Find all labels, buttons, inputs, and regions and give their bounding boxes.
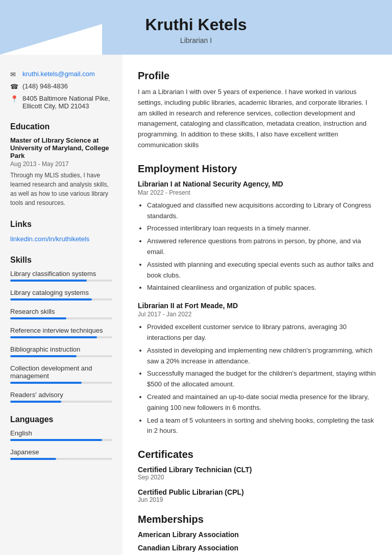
job-title: Librarian II at Fort Meade, MD	[138, 302, 377, 310]
education-section: Education Master of Library Science at U…	[10, 122, 112, 207]
skill-item: Readers' advisory	[10, 391, 112, 403]
job-bullet: Processed interlibrary loan requests in …	[147, 223, 377, 234]
employment-title: Employment History	[138, 163, 377, 175]
job-bullet: Provided excellent customer service to l…	[147, 322, 377, 343]
cert-item: Certified Public Librarian (CPL) Jun 201…	[138, 488, 377, 503]
cert-date: Jun 2019	[138, 496, 377, 503]
education-degree: Master of Library Science at University …	[10, 136, 112, 159]
skill-item: Library classification systems	[10, 270, 112, 282]
cert-name: Certified Public Librarian (CPL)	[138, 488, 377, 496]
skills-section: Skills Library classification systems Li…	[10, 256, 112, 403]
skill-bar-fill	[10, 401, 61, 403]
language-item: English	[10, 429, 112, 441]
phone-text: (148) 948-4836	[22, 82, 68, 90]
skills-list: Library classification systems Library c…	[10, 270, 112, 403]
job-bullets: Provided excellent customer service to l…	[138, 322, 377, 436]
skill-item: Research skills	[10, 308, 112, 319]
language-name: Japanese	[10, 448, 112, 456]
job-bullet: Catalogued and classified new acquisitio…	[147, 200, 377, 222]
job-bullet: Created and maintained an up-to-date soc…	[147, 392, 377, 413]
cert-name: Certified Library Technician (CLT)	[138, 466, 377, 474]
skill-bar-bg	[10, 401, 112, 403]
skill-name: Library classification systems	[10, 270, 112, 278]
links-section: Links linkedin.com/in/kruthiketels	[10, 220, 112, 243]
certificates-title: Certificates	[138, 449, 377, 460]
skill-name: Bibliographic instruction	[10, 345, 112, 353]
skill-bar-bg	[10, 298, 112, 300]
languages-list: English Japanese	[10, 429, 112, 460]
skill-name: Library cataloging systems	[10, 289, 112, 296]
skill-bar-fill	[10, 298, 92, 300]
links-title: Links	[10, 220, 112, 229]
email-icon: ✉	[10, 71, 18, 78]
contact-address: 📍 8405 Baltimore National Pike, Ellicott…	[10, 95, 112, 110]
job-bullet: Led a team of 5 volunteers in sorting an…	[147, 415, 377, 437]
skill-name: Readers' advisory	[10, 391, 112, 399]
cert-item: Certified Library Technician (CLT) Sep 2…	[138, 466, 377, 481]
skill-bar-bg	[10, 317, 112, 319]
jobs-list: Librarian I at National Security Agency,…	[138, 180, 377, 436]
header: Kruthi Ketels Librarian I	[0, 0, 392, 55]
job-bullet: Answered reference questions from patron…	[147, 236, 377, 258]
lang-bar-bg	[10, 439, 112, 441]
job-item: Librarian I at National Security Agency,…	[138, 180, 377, 293]
skill-bar-fill	[10, 317, 66, 319]
memberships-title: Memberships	[138, 514, 377, 525]
skills-title: Skills	[10, 256, 112, 265]
skill-bar-fill	[10, 336, 97, 338]
job-bullet: Assisted in developing and implementing …	[147, 345, 377, 367]
address-text: 8405 Baltimore National Pike, Ellicott C…	[22, 95, 112, 110]
header-decoration-left	[0, 24, 102, 55]
profile-text: I am a Librarian I with over 5 years of …	[138, 87, 377, 151]
language-item: Japanese	[10, 448, 112, 460]
phone-icon: ☎	[10, 83, 18, 90]
cert-date: Sep 2020	[138, 474, 377, 481]
skill-bar-bg	[10, 280, 112, 282]
skill-bar-bg	[10, 355, 112, 357]
membership-item: American Library Association	[138, 530, 377, 539]
memberships-section: Memberships American Library Association…	[138, 514, 377, 552]
skill-bar-fill	[10, 280, 87, 282]
employment-section: Employment History Librarian I at Nation…	[138, 163, 377, 436]
skill-item: Library cataloging systems	[10, 289, 112, 300]
sidebar: ✉ kruthi.ketels@gmail.com ☎ (148) 948-48…	[0, 55, 122, 555]
job-bullet: Assisted with planning and executing spe…	[147, 260, 377, 281]
skill-name: Collection development and management	[10, 364, 112, 380]
profile-title: Profile	[138, 70, 377, 82]
membership-item: Canadian Library Association	[138, 544, 377, 552]
certificates-section: Certificates Certified Library Technicia…	[138, 449, 377, 503]
profile-section: Profile I am a Librarian I with over 5 y…	[138, 70, 377, 151]
lang-bar-fill	[10, 458, 56, 460]
main-content: Profile I am a Librarian I with over 5 y…	[122, 55, 392, 555]
education-description: Through my MLIS studies, I have learned …	[10, 171, 112, 207]
location-icon: 📍	[10, 95, 18, 103]
job-bullet: Successfully managed the budget for the …	[147, 368, 377, 390]
job-bullet: Maintained cleanliness and organization …	[147, 283, 377, 293]
education-date: Aug 2013 - May 2017	[10, 160, 112, 168]
main-layout: ✉ kruthi.ketels@gmail.com ☎ (148) 948-48…	[0, 55, 392, 555]
skill-item: Reference interview techniques	[10, 327, 112, 338]
skill-name: Research skills	[10, 308, 112, 315]
contact-section: ✉ kruthi.ketels@gmail.com ☎ (148) 948-48…	[10, 70, 112, 110]
languages-section: Languages English Japanese	[10, 415, 112, 460]
education-title: Education	[10, 122, 112, 131]
lang-bar-fill	[10, 439, 102, 441]
skill-bar-fill	[10, 355, 77, 357]
languages-title: Languages	[10, 415, 112, 424]
skill-bar-bg	[10, 336, 112, 338]
job-item: Librarian II at Fort Meade, MD Jul 2017 …	[138, 302, 377, 436]
language-name: English	[10, 429, 112, 437]
skill-name: Reference interview techniques	[10, 327, 112, 334]
email-link[interactable]: kruthi.ketels@gmail.com	[22, 70, 95, 78]
job-bullets: Catalogued and classified new acquisitio…	[138, 200, 377, 293]
certs-list: Certified Library Technician (CLT) Sep 2…	[138, 466, 377, 503]
contact-phone: ☎ (148) 948-4836	[10, 82, 112, 90]
lang-bar-bg	[10, 458, 112, 460]
skill-item: Collection development and management	[10, 364, 112, 384]
skill-item: Bibliographic instruction	[10, 345, 112, 357]
contact-email: ✉ kruthi.ketels@gmail.com	[10, 70, 112, 78]
linkedin-link[interactable]: linkedin.com/in/kruthiketels	[10, 235, 89, 243]
job-title: Librarian I at National Security Agency,…	[138, 180, 377, 188]
job-date: Jul 2017 - Jan 2022	[138, 311, 377, 318]
skill-bar-bg	[10, 382, 112, 384]
